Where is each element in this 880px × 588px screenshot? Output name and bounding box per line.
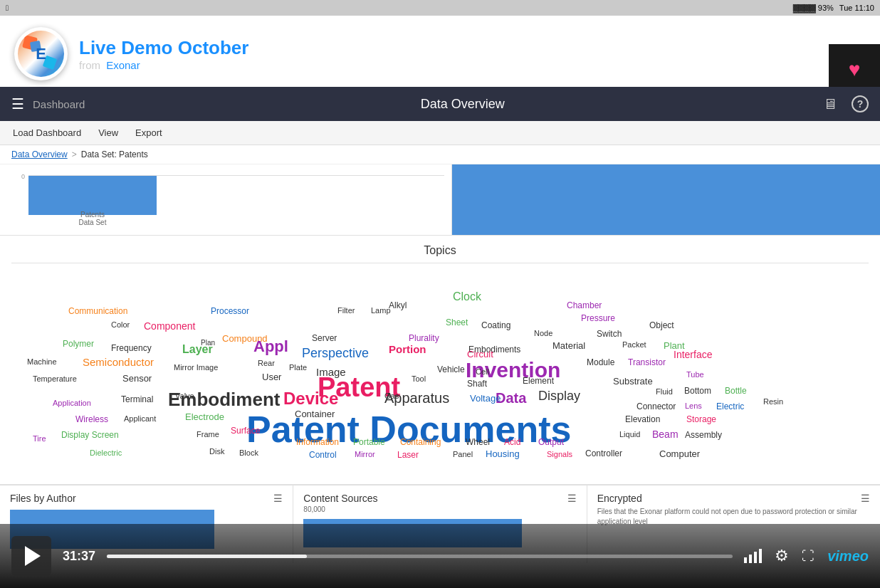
fullscreen-icon[interactable]: ⛶: [802, 549, 814, 564]
word-block[interactable]: Block: [239, 448, 258, 457]
word-material[interactable]: Material: [552, 340, 585, 351]
word-plurality[interactable]: Plurality: [409, 333, 439, 343]
menu-load[interactable]: Load Dashboard: [6, 125, 88, 141]
apple-menu[interactable]: : [6, 4, 9, 12]
word-substrate[interactable]: Substrate: [613, 376, 653, 387]
word-cell[interactable]: Cell: [476, 367, 489, 376]
word-sheet[interactable]: Sheet: [446, 317, 468, 327]
word-liquid[interactable]: Liquid: [619, 430, 640, 439]
word-frequency[interactable]: Frequency: [111, 343, 152, 353]
word-tube[interactable]: Tube: [686, 370, 704, 379]
word-semiconductor[interactable]: Semiconductor: [83, 356, 154, 368]
word-mirror[interactable]: Mirror: [355, 450, 375, 458]
word-user[interactable]: User: [262, 372, 281, 382]
word-elevation[interactable]: Elevation: [625, 414, 660, 424]
word-container[interactable]: Container: [295, 409, 335, 419]
word-clock[interactable]: Clock: [453, 290, 481, 303]
word-pressure[interactable]: Pressure: [581, 313, 615, 323]
word-control[interactable]: Control: [309, 450, 337, 460]
play-button[interactable]: [11, 536, 51, 576]
word-node[interactable]: Node: [534, 329, 552, 337]
content-menu-icon[interactable]: ☰: [567, 493, 577, 504]
word-image[interactable]: Image: [316, 366, 346, 378]
word-tire[interactable]: Tire: [33, 434, 46, 443]
word-portable[interactable]: Portable: [353, 437, 385, 447]
encrypted-menu-icon[interactable]: ☰: [861, 493, 870, 504]
word-alkyl[interactable]: Alkyl: [389, 300, 407, 310]
word-packet[interactable]: Packet: [622, 340, 646, 349]
word-wheel[interactable]: Wheel: [466, 437, 490, 447]
word-dielectric[interactable]: Dielectric: [90, 448, 122, 457]
word-valve[interactable]: Valve: [175, 392, 194, 400]
word-fluid[interactable]: Fluid: [656, 387, 673, 396]
word-chamber[interactable]: Chamber: [567, 300, 602, 310]
word-frame[interactable]: Frame: [197, 430, 219, 439]
word-communication[interactable]: Communication: [68, 306, 127, 316]
word-portion[interactable]: Portion: [389, 343, 426, 355]
word-bottle[interactable]: Bottle: [725, 386, 747, 396]
word-electric[interactable]: Electric: [716, 401, 744, 411]
menu-view[interactable]: View: [91, 125, 125, 141]
word-terminal[interactable]: Terminal: [121, 394, 153, 404]
word-processor[interactable]: Processor: [211, 306, 249, 316]
word-display-screen[interactable]: Display Screen: [61, 430, 119, 440]
word-beam[interactable]: Beam: [652, 429, 679, 440]
word-plate[interactable]: Plate: [289, 363, 307, 372]
word-applicant[interactable]: Applicant: [124, 414, 156, 423]
word-lamp[interactable]: Lamp: [371, 306, 391, 315]
word-component[interactable]: Component: [144, 320, 195, 332]
word-object[interactable]: Object: [649, 320, 674, 330]
word-circuit[interactable]: Circuit: [467, 349, 493, 359]
word-sensor[interactable]: Sensor: [122, 373, 152, 384]
word-perspective[interactable]: Perspective: [302, 346, 369, 361]
progress-bar-container[interactable]: [107, 555, 733, 558]
word-controller[interactable]: Controller: [585, 448, 622, 458]
word-surface[interactable]: Surface: [231, 426, 260, 436]
word-color[interactable]: Color: [111, 320, 130, 329]
word-server[interactable]: Server: [312, 333, 337, 343]
word-disk[interactable]: Disk: [209, 447, 224, 456]
word-device[interactable]: Device: [283, 389, 338, 409]
word-layer[interactable]: Layer: [182, 343, 213, 356]
help-icon[interactable]: ?: [852, 95, 869, 112]
word-coating[interactable]: Coating: [481, 320, 510, 330]
word-mirror-image[interactable]: Mirror Image: [174, 363, 218, 372]
word-vehicle[interactable]: Vehicle: [437, 364, 465, 374]
word-signals[interactable]: Signals: [547, 450, 572, 458]
word-machine[interactable]: Machine: [27, 357, 57, 366]
word-assembly[interactable]: Assembly: [685, 430, 722, 440]
word-rear[interactable]: Rear: [258, 359, 275, 367]
word-connector[interactable]: Connector: [637, 401, 676, 411]
word-element[interactable]: Element: [523, 376, 554, 386]
word-computer[interactable]: Computer: [659, 448, 700, 459]
hamburger-menu[interactable]: ☰: [11, 95, 24, 112]
word-temperature[interactable]: Temperature: [33, 374, 77, 383]
settings-icon[interactable]: ⚙: [775, 547, 789, 565]
word-bottom[interactable]: Bottom: [684, 386, 711, 396]
word-storage[interactable]: Storage: [686, 414, 716, 424]
word-lens[interactable]: Lens: [685, 401, 702, 410]
word-output[interactable]: Output: [538, 437, 564, 447]
word-housing[interactable]: Housing: [486, 448, 520, 459]
word-filter[interactable]: Filter: [337, 306, 355, 315]
menu-export[interactable]: Export: [128, 125, 169, 141]
word-transistor[interactable]: Transistor: [628, 357, 666, 367]
word-appl[interactable]: Appl: [253, 337, 288, 356]
word-electrode[interactable]: Electrode: [185, 411, 224, 422]
word-shaft[interactable]: Shaft: [467, 379, 487, 389]
word-laser[interactable]: Laser: [397, 450, 419, 460]
word-switch[interactable]: Switch: [597, 329, 622, 339]
word-resin[interactable]: Resin: [763, 397, 783, 406]
word-wireless[interactable]: Wireless: [75, 414, 108, 424]
word-interface[interactable]: Interface: [674, 349, 712, 360]
word-containing[interactable]: Containing: [400, 437, 441, 447]
word-polymer[interactable]: Polymer: [63, 339, 94, 349]
files-menu-icon[interactable]: ☰: [273, 493, 283, 504]
word-application[interactable]: Application: [53, 399, 91, 407]
word-gas[interactable]: Gas: [384, 392, 399, 400]
word-tool[interactable]: Tool: [412, 374, 426, 383]
word-display[interactable]: Display: [538, 389, 580, 404]
word-panel[interactable]: Panel: [453, 450, 473, 458]
word-voltage[interactable]: Voltage: [470, 393, 501, 404]
word-module[interactable]: Module: [587, 357, 614, 367]
